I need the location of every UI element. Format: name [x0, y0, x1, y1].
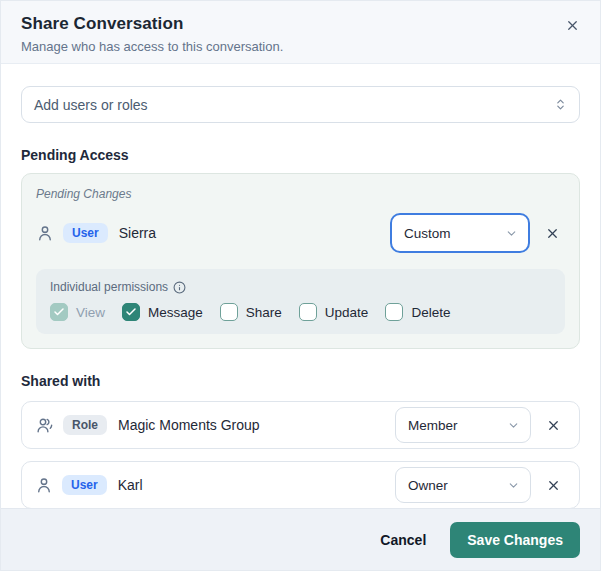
pending-role-select-value: Custom [404, 226, 451, 241]
chevron-down-icon [507, 419, 520, 432]
permission-label: Delete [411, 305, 450, 320]
save-changes-button[interactable]: Save Changes [450, 522, 580, 558]
shared-entry-name: Magic Moments Group [118, 417, 395, 433]
cancel-button[interactable]: Cancel [380, 532, 426, 548]
close-icon [565, 18, 580, 33]
shared-entry-name: Karl [118, 477, 395, 493]
group-remove-button[interactable] [540, 412, 566, 438]
karl-role-select[interactable]: Owner [395, 467, 531, 503]
pending-role-select[interactable]: Custom [390, 213, 530, 253]
close-button[interactable] [560, 13, 584, 37]
chevron-down-icon [505, 227, 518, 240]
shared-with-heading: Shared with [21, 373, 580, 389]
individual-permissions-box: Individual permissions View [36, 269, 565, 334]
add-users-select[interactable]: Add users or roles [21, 86, 580, 123]
permissions-checkbox-row: View Message Share Update [50, 303, 551, 321]
x-icon [545, 226, 560, 241]
permission-label: Message [148, 305, 203, 320]
user-icon [36, 224, 54, 242]
permission-item-share: Share [220, 303, 282, 321]
permission-item-message: Message [122, 303, 203, 321]
user-type-badge: User [63, 223, 108, 243]
chevrons-up-down-icon [554, 98, 567, 111]
dialog-body: Add users or roles Pending Access Pendin… [1, 64, 600, 509]
pending-entry-row: User Sierra Custom [36, 213, 565, 253]
users-icon [35, 416, 54, 434]
dialog-title: Share Conversation [21, 14, 580, 34]
x-icon [546, 478, 561, 493]
permission-item-view: View [50, 303, 105, 321]
add-users-select-value: Add users or roles [34, 97, 148, 113]
check-icon [125, 306, 137, 318]
x-icon [546, 418, 561, 433]
share-conversation-dialog: Share Conversation Manage who has access… [0, 0, 601, 571]
dialog-footer: Cancel Save Changes [1, 508, 600, 570]
pending-access-heading: Pending Access [21, 147, 580, 163]
info-icon[interactable] [173, 281, 186, 294]
role-type-badge: Role [63, 415, 107, 435]
permission-item-delete: Delete [385, 303, 450, 321]
delete-checkbox[interactable] [385, 303, 403, 321]
chevron-down-icon [507, 479, 520, 492]
message-checkbox[interactable] [122, 303, 140, 321]
pending-entry-name: Sierra [119, 225, 390, 241]
pending-changes-panel: Pending Changes User Sierra Custom [21, 173, 580, 349]
shared-row-group: Role Magic Moments Group Member [21, 401, 580, 449]
pending-changes-label: Pending Changes [36, 187, 565, 201]
permission-item-update: Update [299, 303, 369, 321]
user-type-badge: User [62, 475, 107, 495]
update-checkbox[interactable] [299, 303, 317, 321]
check-icon [53, 306, 65, 318]
dialog-header: Share Conversation Manage who has access… [1, 1, 600, 64]
karl-role-select-value: Owner [408, 478, 448, 493]
pending-remove-button[interactable] [539, 220, 565, 246]
karl-remove-button[interactable] [540, 472, 566, 498]
group-role-select-value: Member [408, 418, 458, 433]
user-icon [35, 476, 53, 494]
permission-label: Update [325, 305, 369, 320]
group-role-select[interactable]: Member [395, 407, 531, 443]
share-checkbox[interactable] [220, 303, 238, 321]
dialog-subtitle: Manage who has access to this conversati… [21, 39, 580, 54]
view-checkbox[interactable] [50, 303, 68, 321]
shared-row-user: User Karl Owner [21, 461, 580, 509]
permission-label: View [76, 305, 105, 320]
permission-label: Share [246, 305, 282, 320]
individual-permissions-label: Individual permissions [50, 280, 168, 294]
